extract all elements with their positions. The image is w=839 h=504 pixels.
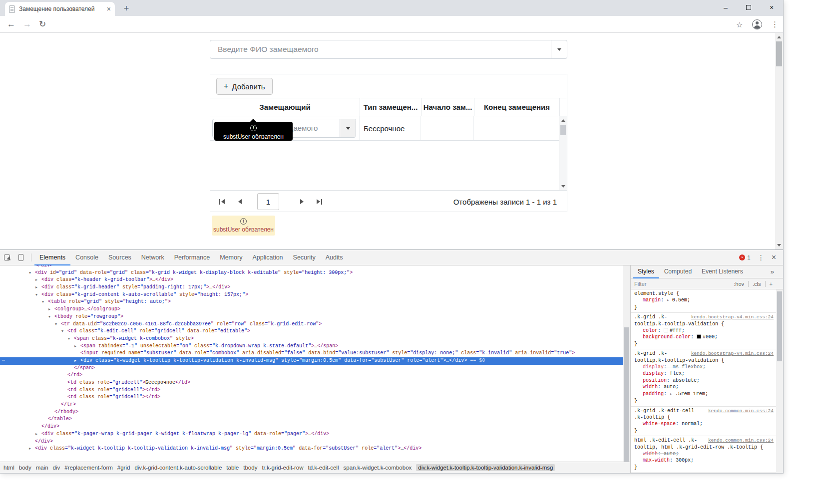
devtools-tab-security[interactable]: Security (288, 250, 321, 265)
devtools-tab-audits[interactable]: Audits (321, 250, 348, 265)
css-declaration[interactable]: display: -ms-flexbox; (634, 364, 775, 370)
browser-tab[interactable]: Замещение пользователей × (5, 2, 115, 16)
dom-tree-line[interactable]: </table> (0, 416, 623, 423)
back-button[interactable]: ← (7, 16, 15, 33)
css-declaration[interactable]: width: auto; (634, 384, 775, 390)
styles-toggle-1[interactable]: :hov (734, 281, 744, 287)
new-tab-button[interactable]: + (120, 3, 133, 15)
breadcrumb-item[interactable]: main (36, 465, 48, 471)
grid-row[interactable]: Введите ФИО замещаемого ! substUser обяз… (210, 116, 559, 141)
dom-tree-line[interactable]: ▾<tbody role="rowgroup"> (0, 313, 623, 321)
pager-next-button[interactable] (294, 194, 309, 209)
dom-tree-line[interactable]: ▸<div class="k-header k-grid-toolbar">…<… (0, 276, 623, 284)
breadcrumb-item[interactable]: table (226, 465, 239, 471)
breadcrumb-item[interactable]: td.k-edit-cell (308, 465, 339, 471)
scroll-down-icon[interactable] (775, 241, 783, 250)
collapsed-arrow-icon[interactable]: ▸ (48, 306, 54, 313)
devtools-tab-application[interactable]: Application (247, 250, 288, 265)
stylesheet-link[interactable]: kendo.bootstrap-v4.min.css:24 (691, 314, 775, 320)
dom-tree-line[interactable]: ▸<colgroup>…</colgroup> (0, 306, 623, 313)
styles-tab-computed[interactable]: Computed (659, 265, 697, 278)
pager-last-button[interactable] (312, 194, 327, 209)
color-swatch[interactable] (664, 328, 668, 332)
styles-tab-styles[interactable]: Styles (633, 265, 659, 278)
devtools-tab-sources[interactable]: Sources (103, 250, 136, 265)
scroll-up-icon[interactable] (775, 33, 783, 41)
css-declaration[interactable]: position: absolute; (634, 377, 775, 384)
device-toolbar-icon[interactable] (14, 250, 28, 265)
breadcrumb-item[interactable]: span.k-widget.k-combobox (343, 465, 412, 471)
devtools-close-icon[interactable]: × (772, 253, 776, 262)
reload-button[interactable]: ↻ (39, 16, 46, 33)
page-scrollbar[interactable] (775, 33, 783, 250)
dom-tree-line[interactable]: ▾<span class="k-widget k-combobox" style… (0, 335, 623, 343)
overflow-chevron-icon[interactable]: » (771, 268, 783, 275)
expanded-arrow-icon[interactable]: ▾ (35, 291, 41, 299)
window-close-button[interactable]: × (760, 0, 783, 15)
expanded-arrow-icon[interactable]: ▾ (48, 313, 54, 321)
dom-tree-line[interactable]: ▾<table role="grid" style="height: auto;… (0, 298, 623, 306)
css-declaration[interactable]: margin: ▸ 0.5em; (634, 297, 775, 304)
dom-tree-line[interactable]: </span> (0, 365, 623, 372)
css-declaration[interactable]: max-width: 300px; (634, 457, 775, 464)
browser-menu-icon[interactable]: ⋮ (771, 16, 779, 33)
collapsed-arrow-icon[interactable]: ▸ (74, 343, 80, 350)
dom-tree-line[interactable]: ▾<div class="k-grid-content k-auto-scrol… (0, 291, 623, 299)
css-declaration[interactable]: color: #fff; (634, 327, 775, 334)
page-scrollbar-thumb[interactable] (776, 41, 782, 66)
expanded-arrow-icon[interactable]: ▾ (55, 321, 61, 328)
row-combobox-dropdown-button[interactable] (340, 119, 356, 137)
stylesheet-link[interactable]: kendo.bootstrap-v4.min.css:24 (691, 350, 775, 357)
collapsed-arrow-icon[interactable]: ▸ (35, 276, 41, 284)
inspect-element-icon[interactable] (0, 250, 14, 265)
collapsed-arrow-icon[interactable]: ▸ (35, 431, 41, 438)
stylesheet-link[interactable]: kendo.common.min.css:24 (708, 408, 775, 414)
styles-tab-event-listeners[interactable]: Event Listeners (697, 265, 748, 278)
dom-tree-line[interactable]: ▾<tr data-uid="8c2b02c9-c056-4161-88fc-d… (0, 321, 623, 328)
filter-input[interactable]: Filter (634, 281, 646, 287)
devtools-tab-performance[interactable]: Performance (169, 250, 215, 265)
window-minimize-button[interactable]: – (714, 0, 737, 15)
styles-scrollbar-thumb[interactable] (777, 291, 782, 361)
grid-column-header[interactable]: Начало зам... (421, 98, 474, 116)
expanded-arrow-icon[interactable]: ▾ (29, 269, 35, 277)
grid-column-header[interactable]: Замещающий (210, 98, 360, 116)
combobox-dropdown-button[interactable] (551, 40, 567, 58)
breadcrumb-item[interactable]: tbody (243, 465, 257, 471)
grid-column-header[interactable]: Тип замещен... (360, 98, 421, 116)
dom-tree-line[interactable]: <td class role="gridcell"></td> (0, 387, 623, 394)
expanded-arrow-icon[interactable]: ▾ (61, 328, 67, 335)
devtools-menu-icon[interactable]: ⋮ (758, 253, 765, 261)
dom-tree-line[interactable]: ⋯▸<div class="k-widget k-tooltip k-toolt… (0, 357, 623, 365)
breadcrumb-item[interactable]: div.k-widget.k-tooltip.k-tooltip-validat… (416, 464, 555, 471)
dom-tree-line[interactable]: </td> (0, 372, 623, 379)
dom-tree-line[interactable]: <input required name="substUser" data-ro… (0, 350, 623, 357)
breadcrumb-item[interactable]: #grid (117, 465, 130, 471)
collapsed-arrow-icon[interactable]: ▸ (29, 445, 35, 453)
styles-scrollbar[interactable] (776, 289, 783, 473)
css-declaration[interactable]: width: auto; (634, 451, 775, 457)
devtools-tab-network[interactable]: Network (136, 250, 169, 265)
expanded-arrow-icon[interactable]: ▾ (42, 298, 48, 306)
dom-tree-line[interactable]: </div> (0, 265, 623, 269)
dom-tree-line[interactable]: <td class role="gridcell">Бессрочное</td… (0, 379, 623, 387)
collapsed-arrow-icon[interactable]: ▸ (74, 357, 80, 365)
dom-tree-line[interactable]: </tbody> (0, 409, 623, 416)
css-declaration[interactable]: background-color: #000; (634, 334, 775, 340)
pager-prev-button[interactable] (232, 194, 247, 209)
elements-scrollbar[interactable] (623, 265, 630, 462)
css-declaration[interactable]: padding: ▸ .5rem 1rem; (634, 391, 775, 398)
grid-scrollbar[interactable] (559, 116, 567, 190)
breadcrumb-item[interactable]: div.k-grid-content.k-auto-scrollable (134, 465, 222, 471)
devtools-tab-elements[interactable]: Elements (34, 250, 70, 265)
dom-tree-line[interactable]: </div> (0, 423, 623, 431)
collapsed-arrow-icon[interactable]: ▸ (35, 284, 41, 291)
pager-first-button[interactable] (214, 194, 229, 209)
breadcrumb-item[interactable]: div (53, 465, 60, 471)
dom-tree-line[interactable]: ▾<div id="grid" data-role="grid" class="… (0, 269, 623, 277)
css-declaration[interactable]: display: flex; (634, 370, 775, 377)
dom-tree-line[interactable]: ▸<div class="k-widget k-tooltip k-toolti… (0, 445, 623, 453)
dom-tree-line[interactable]: <td class role="gridcell"></td> (0, 394, 623, 401)
pager-current-page[interactable]: 1 (257, 193, 279, 210)
devtools-tab-console[interactable]: Console (70, 250, 103, 265)
